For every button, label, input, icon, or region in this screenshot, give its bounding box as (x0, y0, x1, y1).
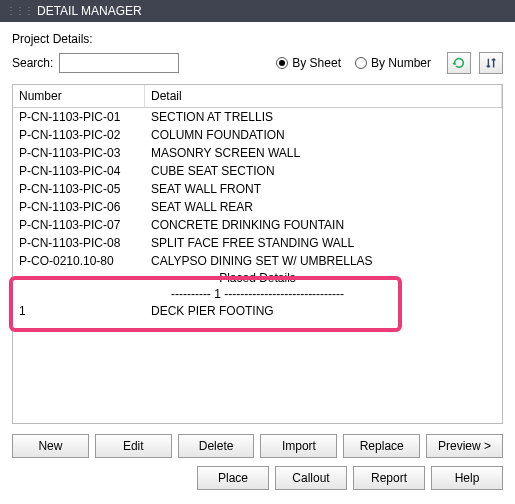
window-title: DETAIL MANAGER (37, 0, 142, 22)
cell-number: P-CN-1103-PIC-01 (13, 109, 145, 125)
view-mode-group: By Sheet By Number (276, 56, 431, 70)
sort-button[interactable] (479, 52, 503, 74)
placed-details-subheader: ---------- 1 ---------------------------… (13, 286, 502, 302)
place-button[interactable]: Place (197, 466, 269, 490)
refresh-button[interactable] (447, 52, 471, 74)
table-row[interactable]: P-CN-1103-PIC-07CONCRETE DRINKING FOUNTA… (13, 216, 502, 234)
cell-detail: COLUMN FOUNDATION (145, 127, 502, 143)
col-detail[interactable]: Detail (145, 85, 502, 107)
preview-button[interactable]: Preview > (426, 434, 503, 458)
table-row[interactable]: P-CN-1103-PIC-01SECTION AT TRELLIS (13, 108, 502, 126)
cell-detail: CALYPSO DINING SET W/ UMBRELLAS (145, 253, 502, 269)
table-row[interactable]: 1DECK PIER FOOTING (13, 302, 502, 320)
cell-detail: SPLIT FACE FREE STANDING WALL (145, 235, 502, 251)
replace-button[interactable]: Replace (343, 434, 420, 458)
placed-details-header: ============ Placed Details ============ (13, 270, 502, 286)
cell-detail: DECK PIER FOOTING (145, 303, 502, 319)
report-button[interactable]: Report (353, 466, 425, 490)
cell-detail: MASONRY SCREEN WALL (145, 145, 502, 161)
import-button[interactable]: Import (260, 434, 337, 458)
cell-number: P-CO-0210.10-80 (13, 253, 145, 269)
cell-number: P-CN-1103-PIC-08 (13, 235, 145, 251)
search-label: Search: (12, 56, 53, 70)
help-button[interactable]: Help (431, 466, 503, 490)
refresh-icon (452, 56, 466, 70)
search-input[interactable] (59, 53, 179, 73)
by-number-label: By Number (371, 56, 431, 70)
project-details-label: Project Details: (12, 32, 93, 46)
cell-number: P-CN-1103-PIC-07 (13, 217, 145, 233)
cell-number: 1 (13, 303, 145, 319)
cell-number: P-CN-1103-PIC-04 (13, 163, 145, 179)
cell-detail: SEAT WALL REAR (145, 199, 502, 215)
cell-number: P-CN-1103-PIC-02 (13, 127, 145, 143)
radio-icon (276, 57, 288, 69)
cell-detail: CUBE SEAT SECTION (145, 163, 502, 179)
grip-icon: ⋮⋮⋮ (6, 0, 33, 22)
button-row-1: New Edit Delete Import Replace Preview > (12, 434, 503, 458)
table-row[interactable]: P-CN-1103-PIC-03MASONRY SCREEN WALL (13, 144, 502, 162)
radio-icon (355, 57, 367, 69)
button-row-2: Place Callout Report Help (12, 466, 503, 490)
edit-button[interactable]: Edit (95, 434, 172, 458)
sort-icon (484, 56, 498, 70)
col-number[interactable]: Number (13, 85, 145, 107)
table-row[interactable]: P-CN-1103-PIC-02COLUMN FOUNDATION (13, 126, 502, 144)
cell-number: P-CN-1103-PIC-03 (13, 145, 145, 161)
table-row[interactable]: P-CN-1103-PIC-04CUBE SEAT SECTION (13, 162, 502, 180)
callout-button[interactable]: Callout (275, 466, 347, 490)
details-table[interactable]: Number Detail P-CN-1103-PIC-01SECTION AT… (12, 84, 503, 424)
by-sheet-label: By Sheet (292, 56, 341, 70)
table-body: P-CN-1103-PIC-01SECTION AT TRELLISP-CN-1… (13, 108, 502, 320)
by-number-radio[interactable]: By Number (355, 56, 431, 70)
table-row[interactable]: P-CN-1103-PIC-05SEAT WALL FRONT (13, 180, 502, 198)
cell-number: P-CN-1103-PIC-06 (13, 199, 145, 215)
table-row[interactable]: P-CN-1103-PIC-08SPLIT FACE FREE STANDING… (13, 234, 502, 252)
new-button[interactable]: New (12, 434, 89, 458)
table-row[interactable]: P-CO-0210.10-80CALYPSO DINING SET W/ UMB… (13, 252, 502, 270)
table-row[interactable]: P-CN-1103-PIC-06SEAT WALL REAR (13, 198, 502, 216)
title-bar: ⋮⋮⋮ DETAIL MANAGER (0, 0, 515, 22)
cell-detail: SEAT WALL FRONT (145, 181, 502, 197)
cell-detail: SECTION AT TRELLIS (145, 109, 502, 125)
cell-number: P-CN-1103-PIC-05 (13, 181, 145, 197)
by-sheet-radio[interactable]: By Sheet (276, 56, 341, 70)
cell-detail: CONCRETE DRINKING FOUNTAIN (145, 217, 502, 233)
table-header: Number Detail (13, 85, 502, 108)
delete-button[interactable]: Delete (178, 434, 255, 458)
